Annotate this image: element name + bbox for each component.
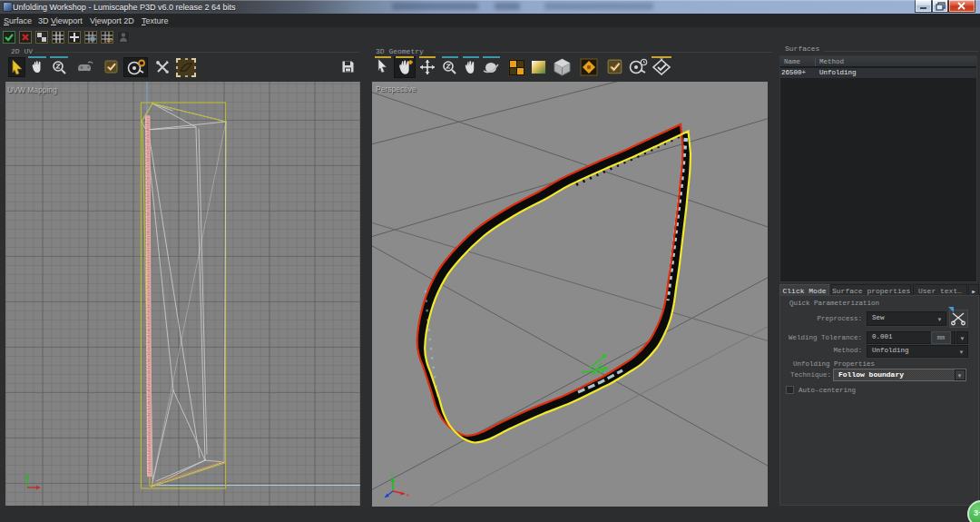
svg-text:y: y [390,471,393,477]
svg-text:UVW Mapping: UVW Mapping [7,85,57,94]
svg-text:Perspective: Perspective [376,84,416,94]
svg-text:x: x [407,492,409,497]
svg-text:10: 10 [106,37,113,43]
